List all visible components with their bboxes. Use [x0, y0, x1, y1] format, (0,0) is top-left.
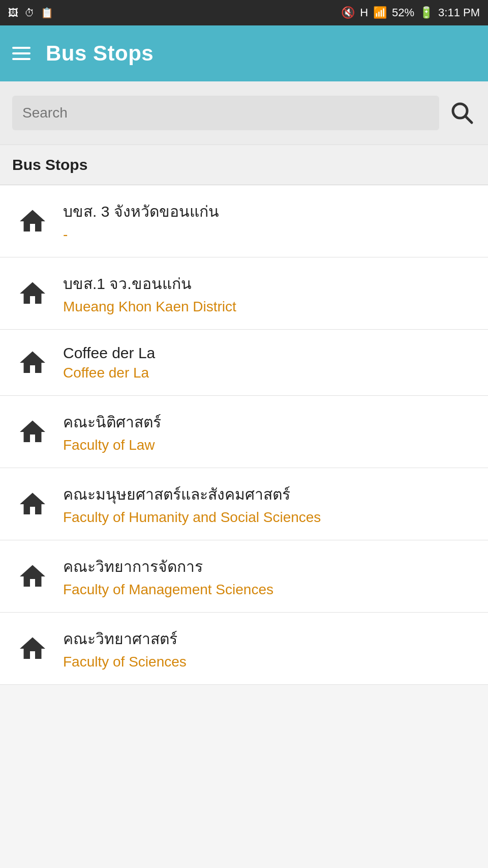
home-icon-wrap [12, 489, 53, 519]
stop-info: คณะวิทยาศาสตร์ Faculty of Sciences [63, 627, 476, 670]
home-icon-wrap [12, 417, 53, 447]
search-input-wrapper[interactable] [12, 96, 439, 130]
time-display: 3:11 PM [438, 6, 480, 19]
home-icon-wrap [12, 278, 53, 309]
stop-name-thai: Coffee der La [63, 344, 476, 362]
gallery-icon: 🖼 [8, 7, 18, 19]
menu-button[interactable] [12, 47, 30, 60]
stop-name-thai: คณะวิทยาศาสตร์ [63, 627, 476, 651]
stop-name-thai: คณะนิติศาสตร์ [63, 410, 476, 434]
stop-info: คณะมนุษยศาสตร์และสังคมศาสตร์ Faculty of … [63, 482, 476, 526]
battery-level: 52% [392, 6, 414, 19]
list-item[interactable]: บขส. 3 จังหวัดขอนแก่น - [0, 185, 488, 257]
status-right-info: 🔇 H 📶 52% 🔋 3:11 PM [341, 6, 480, 19]
screen-icon: 📋 [41, 7, 53, 19]
bus-stop-list: บขส. 3 จังหวัดขอนแก่น - บขส.1 จว.ขอนแก่น… [0, 185, 488, 685]
app-bar-title: Bus Stops [46, 41, 154, 66]
status-bar: 🖼 ⏱ 📋 🔇 H 📶 52% 🔋 3:11 PM [0, 0, 488, 25]
app-bar: Bus Stops [0, 25, 488, 81]
home-icon [17, 278, 48, 309]
stop-name-thai: บขส.1 จว.ขอนแก่น [63, 272, 476, 296]
network-type: H [360, 6, 368, 19]
svg-line-1 [466, 117, 472, 123]
list-item[interactable]: Coffee der La Coffee der La [0, 330, 488, 396]
battery-icon: 🔋 [419, 6, 433, 19]
home-icon [17, 417, 48, 447]
list-item[interactable]: บขส.1 จว.ขอนแก่น Mueang Khon Kaen Distri… [0, 257, 488, 330]
home-icon-wrap [12, 348, 53, 378]
stop-name-en: Mueang Khon Kaen District [63, 299, 476, 315]
section-header-text: Bus Stops [12, 156, 87, 173]
stop-name-en: Coffee der La [63, 365, 476, 381]
status-left-icons: 🖼 ⏱ 📋 [8, 7, 53, 19]
list-item[interactable]: คณะวิทยาศาสตร์ Faculty of Sciences [0, 613, 488, 685]
stop-info: คณะวิทยาการจัดการ Faculty of Management … [63, 555, 476, 598]
home-icon-wrap [12, 633, 53, 664]
home-icon [17, 348, 48, 378]
stop-name-thai: บขส. 3 จังหวัดขอนแก่น [63, 199, 476, 223]
stop-name-en: Faculty of Humanity and Social Sciences [63, 509, 476, 526]
stop-name-en: - [63, 226, 476, 243]
stop-name-thai: คณะวิทยาการจัดการ [63, 555, 476, 578]
home-icon-wrap [12, 561, 53, 592]
home-icon-wrap [12, 206, 53, 237]
stop-name-en: Faculty of Sciences [63, 654, 476, 670]
list-item[interactable]: คณะนิติศาสตร์ Faculty of Law [0, 396, 488, 468]
stop-name-en: Faculty of Management Sciences [63, 582, 476, 598]
search-button[interactable] [447, 98, 476, 128]
mute-icon: 🔇 [341, 6, 355, 19]
stop-name-en: Faculty of Law [63, 437, 476, 453]
list-item[interactable]: คณะวิทยาการจัดการ Faculty of Management … [0, 540, 488, 613]
home-icon [17, 206, 48, 237]
clock-icon: ⏱ [24, 7, 35, 19]
section-header: Bus Stops [0, 145, 488, 185]
menu-line-3 [12, 58, 30, 60]
search-input[interactable] [22, 105, 429, 121]
signal-icon: 📶 [373, 6, 387, 19]
stop-info: คณะนิติศาสตร์ Faculty of Law [63, 410, 476, 453]
home-icon [17, 561, 48, 592]
stop-info: บขส.1 จว.ขอนแก่น Mueang Khon Kaen Distri… [63, 272, 476, 315]
stop-info: Coffee der La Coffee der La [63, 344, 476, 381]
search-bar [0, 81, 488, 145]
home-icon [17, 489, 48, 519]
home-icon [17, 633, 48, 664]
menu-line-2 [12, 52, 30, 54]
menu-line-1 [12, 47, 30, 49]
stop-info: บขส. 3 จังหวัดขอนแก่น - [63, 199, 476, 243]
list-item[interactable]: คณะมนุษยศาสตร์และสังคมศาสตร์ Faculty of … [0, 468, 488, 540]
stop-name-thai: คณะมนุษยศาสตร์และสังคมศาสตร์ [63, 482, 476, 506]
search-icon [449, 100, 474, 125]
